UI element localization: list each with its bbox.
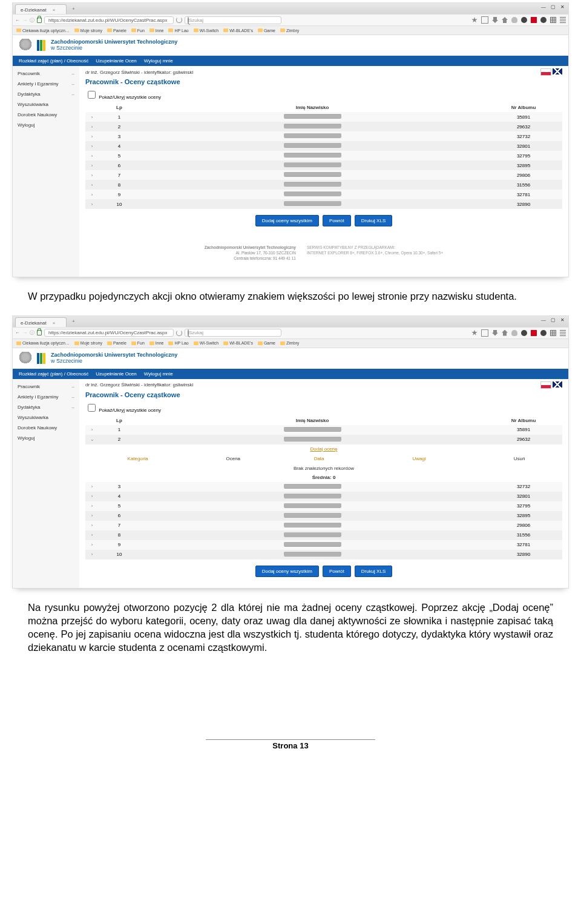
expand-toggle[interactable]: ›: [91, 134, 93, 139]
weather-icon[interactable]: [511, 17, 517, 23]
extension2-icon[interactable]: [540, 17, 547, 23]
reload-button[interactable]: [176, 330, 182, 336]
bookmark-item[interactable]: WI-Switch: [194, 28, 219, 33]
bookmark-item[interactable]: Zimbry: [280, 341, 299, 345]
bookmark-item[interactable]: Ciekawa iluzja optyczn…: [16, 341, 70, 345]
apps-icon[interactable]: [550, 330, 556, 336]
th-category[interactable]: Kategoria: [85, 454, 190, 464]
expand-toggle[interactable]: ›: [91, 124, 93, 130]
pocket-icon[interactable]: [481, 329, 488, 337]
sidebar-item-pracownik[interactable]: Pracownik–: [13, 381, 79, 392]
forward-button[interactable]: →: [22, 18, 27, 23]
expand-toggle[interactable]: ›: [91, 144, 93, 149]
expand-toggle[interactable]: ›: [91, 493, 93, 499]
bookmark-star-icon[interactable]: [471, 330, 478, 336]
adblock-icon[interactable]: [531, 330, 537, 336]
url-field[interactable]: https://edziekanat.zut.edu.pl/WU/OcenyCz…: [44, 329, 174, 337]
window-maximize-button[interactable]: ▢: [551, 4, 556, 14]
menu-icon[interactable]: [560, 330, 566, 336]
bookmark-item[interactable]: Inne: [149, 28, 164, 33]
tab-close-icon[interactable]: ×: [53, 320, 56, 326]
add-grade-link[interactable]: Dodaj ocenę: [85, 444, 562, 454]
search-field[interactable]: Szukaj: [185, 16, 281, 24]
expand-toggle[interactable]: ⌄: [90, 437, 94, 442]
window-minimize-button[interactable]: —: [541, 4, 546, 14]
sidebar-item-dorobek[interactable]: Dorobek Naukowy: [13, 423, 79, 433]
toggle-all-grades[interactable]: Pokaż/Ukryj wszystkie oceny: [85, 89, 562, 101]
expand-toggle[interactable]: ›: [91, 542, 93, 547]
expand-toggle[interactable]: ›: [91, 163, 93, 168]
toggle-checkbox[interactable]: [88, 91, 96, 99]
expand-toggle[interactable]: ›: [91, 114, 93, 120]
expand-toggle[interactable]: ›: [91, 523, 93, 528]
bookmark-item[interactable]: Panele: [107, 341, 126, 345]
toggle-checkbox[interactable]: [88, 404, 96, 412]
bookmark-item[interactable]: Fun: [131, 28, 145, 33]
th-date[interactable]: Data: [276, 454, 362, 464]
browser-tab[interactable]: e-Dziekanat×: [15, 317, 67, 327]
back-button[interactable]: Powrót: [323, 566, 351, 577]
sidebar-item-ankiety[interactable]: Ankiety i Egzaminy–: [13, 392, 79, 402]
bookmark-item[interactable]: HP Lao: [168, 341, 188, 345]
downloads-icon[interactable]: [492, 17, 498, 23]
forward-button[interactable]: →: [22, 330, 27, 335]
bookmark-star-icon[interactable]: [471, 17, 478, 23]
expand-toggle[interactable]: ›: [91, 153, 93, 159]
expand-toggle[interactable]: ›: [91, 202, 93, 207]
search-field[interactable]: Szukaj: [185, 329, 281, 337]
bookmark-item[interactable]: Game: [258, 341, 275, 345]
print-xls-button[interactable]: Drukuj XLS: [355, 566, 392, 577]
flag-pl-icon[interactable]: [540, 381, 551, 389]
weather-icon[interactable]: [511, 330, 517, 336]
extension-icon[interactable]: [521, 330, 527, 336]
sidebar-item-wyloguj[interactable]: Wyloguj: [13, 433, 79, 443]
expand-toggle[interactable]: ›: [91, 192, 93, 197]
url-field[interactable]: https://edziekanat.zut.edu.pl/WU/OcenyCz…: [44, 16, 174, 24]
new-tab-button[interactable]: +: [69, 316, 77, 327]
home-icon[interactable]: [502, 330, 508, 336]
adblock-icon[interactable]: [531, 17, 537, 23]
bookmark-item[interactable]: Game: [258, 28, 275, 33]
flag-uk-icon[interactable]: [553, 381, 562, 388]
add-all-button[interactable]: Dodaj oceny wszystkim: [255, 566, 319, 577]
reload-button[interactable]: [176, 17, 182, 23]
apps-icon[interactable]: [550, 17, 556, 23]
back-button[interactable]: ←: [15, 18, 20, 23]
menu-icon[interactable]: [560, 17, 566, 23]
expand-toggle[interactable]: ›: [91, 552, 93, 557]
bookmark-item[interactable]: Inne: [149, 341, 164, 345]
tab-close-icon[interactable]: ×: [53, 7, 56, 13]
bookmark-item[interactable]: Ciekawa iluzja optyczn…: [16, 28, 70, 33]
bookmark-item[interactable]: WI-BLADE's: [223, 28, 253, 33]
window-close-button[interactable]: ✕: [560, 4, 565, 14]
back-button[interactable]: Powrót: [323, 215, 351, 226]
expand-toggle[interactable]: ›: [91, 182, 93, 188]
browser-tab[interactable]: e-Dziekanat×: [15, 4, 67, 14]
sidebar-item-dorobek[interactable]: Dorobek Naukowy: [13, 110, 79, 120]
nav-uzup[interactable]: Uzupełnianie Ocen: [96, 371, 137, 377]
bookmark-item[interactable]: WI-Switch: [194, 341, 219, 345]
sidebar-item-wyloguj[interactable]: Wyloguj: [13, 120, 79, 130]
extension-icon[interactable]: [521, 17, 527, 23]
nav-rozklad[interactable]: Rozkład zajęć (plan) / Obecność: [19, 58, 88, 64]
sidebar-item-ankiety[interactable]: Ankiety i Egzaminy–: [13, 79, 79, 89]
bookmark-item[interactable]: Panele: [107, 28, 126, 33]
expand-toggle[interactable]: ›: [91, 513, 93, 518]
bookmark-item[interactable]: Zimbry: [280, 28, 299, 33]
flag-uk-icon[interactable]: [553, 68, 562, 74]
window-close-button[interactable]: ✕: [560, 317, 565, 327]
pocket-icon[interactable]: [481, 16, 488, 24]
expand-toggle[interactable]: ›: [91, 173, 93, 178]
bookmark-item[interactable]: Moje strony: [74, 341, 102, 345]
bookmark-item[interactable]: WI-BLADE's: [223, 341, 253, 345]
new-tab-button[interactable]: +: [69, 3, 77, 14]
expand-toggle[interactable]: ›: [91, 427, 93, 432]
bookmark-item[interactable]: HP Lao: [168, 28, 188, 33]
nav-rozklad[interactable]: Rozkład zajęć (plan) / Obecność: [19, 371, 88, 377]
nav-wyloguj[interactable]: Wyloguj mnie: [144, 58, 173, 64]
th-notes[interactable]: Uwagi: [362, 454, 476, 464]
expand-toggle[interactable]: ›: [91, 484, 93, 489]
window-minimize-button[interactable]: —: [541, 317, 546, 327]
sidebar-item-dydaktyka[interactable]: Dydaktyka–: [13, 89, 79, 99]
bookmark-item[interactable]: Fun: [131, 341, 145, 345]
